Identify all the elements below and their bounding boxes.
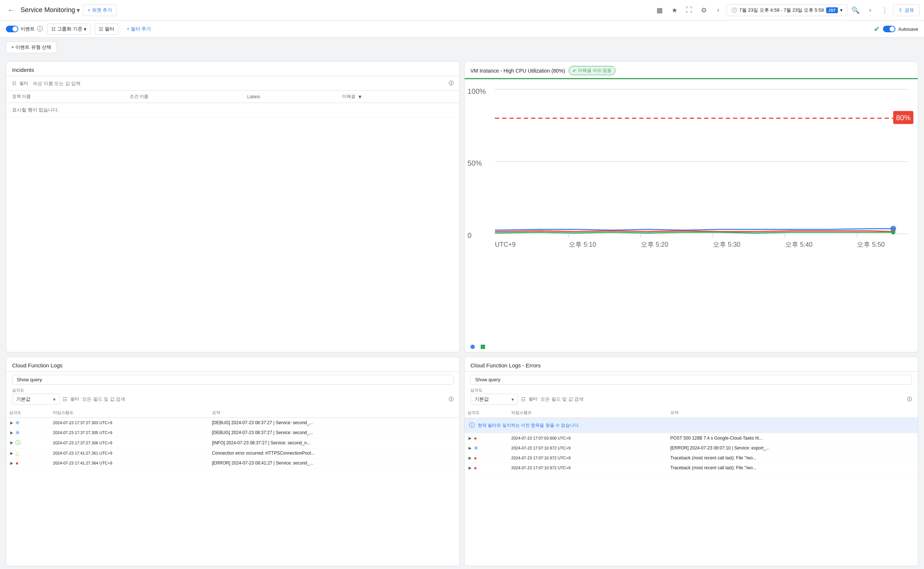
expand-icon[interactable]: ►	[467, 455, 473, 461]
table-row[interactable]: ► ● 2024-07-23 17:07:10.972 UTC+9 Traceb…	[464, 453, 918, 463]
autosave-toggle[interactable]	[883, 26, 895, 32]
table-row[interactable]: ► ● 2024-07-23 17:41:27.364 UTC+9 [ERROR…	[6, 458, 460, 468]
logs-help-icon[interactable]: ⓘ	[449, 396, 454, 403]
debug-icon: ✱	[15, 430, 20, 435]
svg-text:오후 5:20: 오후 5:20	[641, 241, 669, 248]
expand-icon[interactable]: ►	[9, 460, 14, 466]
expand-icon[interactable]: ►	[9, 420, 14, 426]
incidents-filter-input[interactable]	[33, 81, 446, 86]
table-row[interactable]: ► △ 2024-07-23 17:41:27.361 UTC+9 Connec…	[6, 448, 460, 458]
settings-icon[interactable]: ⚙	[697, 4, 710, 17]
log-summary: [DEBUG] 2024-07-23 08:37:27 | Service: s…	[209, 428, 460, 438]
svg-text:UTC+9: UTC+9	[495, 241, 516, 248]
expand-icon[interactable]: ►	[9, 450, 14, 456]
log-errors-timestamp: 2024-07-23 17:07:10.972 UTC+9	[508, 453, 668, 463]
log-expand[interactable]: ► ⓘ	[6, 438, 50, 448]
show-query-errors-button[interactable]: Show query	[470, 375, 912, 385]
expand-icon[interactable]: ►	[467, 445, 473, 451]
log-errors-expand[interactable]: ► ●	[464, 434, 508, 443]
log-col-summary: 요약	[209, 408, 460, 418]
log-errors-expand[interactable]: ► ✱	[464, 443, 508, 453]
error-icon: ●	[474, 455, 476, 461]
show-query-button[interactable]: Show query	[12, 375, 454, 385]
table-row[interactable]: ► ✱ 2024-07-23 17:37:27.305 UTC+9 [DEBUG…	[6, 428, 460, 438]
autosave-toggle-thumb	[889, 26, 895, 32]
log-col-severity: 심각도	[6, 408, 50, 418]
table-row[interactable]: ► ⓘ 2024-07-23 17:37:27.306 UTC+9 [INFO]…	[6, 438, 460, 448]
compare-icon[interactable]: ⋮	[878, 4, 891, 17]
log-errors-timestamp: 2024-07-23 17:07:10.972 UTC+9	[508, 463, 668, 473]
fullscreen-icon[interactable]: ⛶	[683, 4, 696, 17]
log-timestamp: 2024-07-23 17:37:27.306 UTC+9	[50, 438, 209, 448]
error-icon: ●	[15, 460, 18, 466]
log-timestamp: 2024-07-23 17:37:27.305 UTC+9	[50, 428, 209, 438]
add-filter-button[interactable]: + 필터 추가	[123, 23, 155, 35]
present-icon[interactable]: ▩	[653, 4, 666, 17]
severity-errors-label: 심각도	[470, 388, 518, 393]
check-icon: ✔	[573, 68, 576, 73]
log-errors-expand[interactable]: ► ●	[464, 453, 508, 463]
log-errors-col-timestamp: 타임스탬프	[508, 408, 668, 418]
log-errors-summary: [ERROR] 2024-07-23 08:07:10 | Service: e…	[668, 443, 918, 453]
events-toggle[interactable]: 이벤트 ⓘ	[6, 25, 43, 33]
svg-text:오후 5:30: 오후 5:30	[713, 241, 741, 248]
log-errors-col-severity: 심각도	[464, 408, 508, 418]
prev-icon[interactable]: ‹	[712, 4, 725, 17]
expand-icon[interactable]: ►	[467, 465, 473, 471]
event-type-button[interactable]: + 이벤트 유형 선택	[6, 41, 57, 53]
svg-text:50%: 50%	[467, 159, 482, 167]
autosave-label: Autosave	[898, 26, 918, 32]
log-expand[interactable]: ► ✱	[6, 428, 50, 438]
events-label: 이벤트	[21, 26, 35, 32]
table-row[interactable]: ► ✱ 2024-07-23 17:07:10.972 UTC+9 [ERROR…	[464, 443, 918, 453]
log-errors-timestamp: 2024-07-23 17:07:10.972 UTC+9	[508, 443, 668, 453]
chart-legend	[464, 343, 918, 352]
clock-icon: 🕐	[731, 7, 737, 13]
cloud-logs-card: Cloud Function Logs Show query 심각도 기본값 ▾…	[6, 357, 460, 566]
severity-select[interactable]: 기본값 ▾	[12, 394, 60, 405]
log-errors-summary: Traceback (most recent call last): File …	[668, 463, 918, 473]
share-icon: ⇧	[898, 7, 903, 13]
incidents-card: Incidents ☷ 필터 ⓘ 정책 이름 조건 이름 Labels	[6, 61, 460, 352]
svg-text:오후 5:10: 오후 5:10	[569, 241, 596, 248]
table-row[interactable]: ► ● 2024-07-23 17:07:03.600 UTC+9 POST 5…	[464, 434, 918, 443]
time-range-button[interactable]: 🕐 7월 23일 오후 4:59 - 7월 23일 오후 5:59 JST ▾	[727, 5, 847, 16]
filter-button[interactable]: ☷ 필터	[95, 23, 118, 35]
add-widget-button[interactable]: + 위젯 추가	[83, 5, 117, 16]
star-icon[interactable]: ★	[668, 4, 681, 17]
toggle-thumb	[12, 26, 18, 32]
log-table: 심각도 타임스탬프 요약 ► ✱ 2024-07-23 17:37:27.303…	[6, 408, 460, 468]
logs-filter-input[interactable]	[82, 396, 446, 402]
table-row[interactable]: ► ✱ 2024-07-23 17:37:27.303 UTC+9 [DEBUG…	[6, 418, 460, 428]
table-row[interactable]: ► ● 2024-07-23 17:07:10.972 UTC+9 Traceb…	[464, 463, 918, 473]
back-button[interactable]: ←	[5, 4, 18, 17]
log-errors-expand[interactable]: ► ●	[464, 463, 508, 473]
vm-chart-svg: 100% 50% 0 80% UTC+9 오후 5:10 오후 5:20 오후 …	[467, 82, 915, 248]
filter-icon: ☷	[63, 396, 67, 402]
info-message: 현재 필터와 일치하는 이전 항목을 찾을 수 없습니다.	[478, 422, 580, 429]
log-expand[interactable]: ► ✱	[6, 418, 50, 428]
logs-errors-help-icon[interactable]: ⓘ	[907, 396, 912, 403]
expand-icon[interactable]: ►	[9, 440, 14, 446]
svg-text:오후 5:50: 오후 5:50	[857, 241, 885, 248]
plus-icon: +	[88, 7, 91, 13]
warning-icon: △	[15, 450, 20, 456]
severity-errors-select[interactable]: 기본값 ▾	[470, 394, 518, 405]
expand-icon[interactable]: ►	[9, 430, 14, 435]
incidents-help-icon[interactable]: ⓘ	[449, 80, 454, 87]
expand-icon[interactable]: ►	[467, 435, 473, 441]
share-button[interactable]: ⇧ 공유	[893, 5, 919, 16]
incidents-filter-row: ☷ 필터 ⓘ	[6, 76, 460, 91]
logs-errors-filter-input[interactable]	[540, 396, 904, 402]
col-labels: Labels	[241, 91, 336, 103]
log-expand[interactable]: ► ●	[6, 458, 50, 468]
log-errors-table: 심각도 타임스탬프 요약 ⓘ 현재 필터와 일치하는 이전 항목을 찾을 수 없…	[464, 408, 918, 473]
events-toggle-track[interactable]	[6, 26, 18, 32]
group-button[interactable]: ☷ 그룹화 기준 ▾	[47, 23, 91, 35]
events-help-icon[interactable]: ⓘ	[37, 25, 43, 33]
log-errors-col-summary: 요약	[668, 408, 918, 418]
log-expand[interactable]: ► △	[6, 448, 50, 458]
next-icon[interactable]: ›	[863, 4, 877, 17]
search-icon[interactable]: 🔍	[849, 4, 862, 17]
svg-text:100%: 100%	[467, 87, 486, 95]
